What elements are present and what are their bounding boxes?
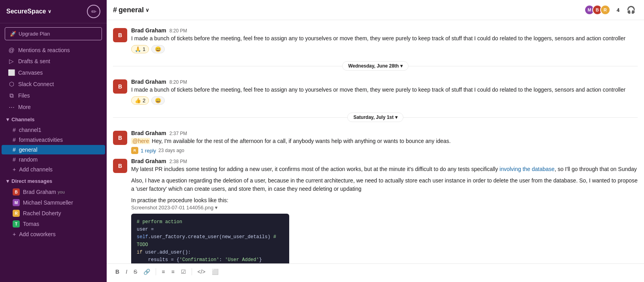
sidebar-item-slack-connect[interactable]: ⬡ Slack Connect	[2, 79, 105, 90]
message: B Brad Graham 2:37 PM @here Hey, I'm ava…	[107, 128, 644, 156]
channel-item-formativeactivities[interactable]: # formativeactivities	[2, 135, 105, 145]
message-author: Brad Graham	[131, 130, 166, 136]
upgrade-icon: 🚀	[10, 31, 16, 37]
more-icon: ⋯	[8, 103, 15, 111]
message-text: My latest PR includes some testing for a…	[131, 165, 638, 173]
todo-icon: ☑	[181, 269, 186, 275]
strikethrough-button[interactable]: S	[131, 267, 139, 276]
link-button[interactable]: 🔗	[141, 267, 153, 276]
member-count[interactable]: 4	[617, 7, 620, 13]
message-content: Brad Graham 2:37 PM @here Hey, I'm avail…	[131, 130, 638, 154]
message-text: @here Hey, I'm available for the rest of…	[131, 137, 638, 145]
attachment-chevron-icon: ▾	[215, 205, 218, 211]
channel-name: general	[19, 147, 38, 153]
channel-title: # general ∨	[113, 6, 149, 14]
hash-icon: #	[13, 137, 16, 143]
channel-item-channel1[interactable]: # channel1	[2, 125, 105, 135]
add-channels-button[interactable]: + Add channels	[2, 165, 105, 174]
link-icon: 🔗	[143, 269, 150, 275]
add-coworkers-button[interactable]: + Add coworkers	[2, 229, 105, 239]
workspace-name[interactable]: SecureSpace ∨	[6, 8, 51, 15]
sidebar-item-label: Files	[18, 92, 30, 99]
date-divider-wednesday: Wednesday, June 28th ▾	[107, 61, 644, 71]
block-button[interactable]: ⬜	[209, 267, 221, 276]
mentions-icon: @	[8, 47, 15, 53]
dm-name: Tomas	[23, 221, 39, 227]
compose-toolbar: B I S 🔗 ≡ ≡ ☑ </> ⬜	[113, 267, 638, 279]
date-pill[interactable]: Wednesday, June 28th ▾	[342, 61, 409, 71]
attachment-filename: Screenshot 2023-07-01 144056.png	[131, 205, 213, 211]
reply-thread[interactable]: R 1 reply 23 days ago	[131, 147, 638, 154]
dm-item-michael[interactable]: M Michael Sammueller	[2, 197, 105, 208]
dm-name: Brad Graham	[23, 189, 56, 195]
upgrade-plan-button[interactable]: 🚀 Upgrade Plan	[5, 27, 102, 40]
plus-icon: +	[13, 166, 16, 173]
dm-section-header[interactable]: ▾ Direct messages	[0, 176, 107, 186]
link-text: involving the database	[499, 166, 554, 172]
hash-icon: #	[13, 127, 16, 133]
ordered-list-button[interactable]: ≡	[169, 267, 177, 276]
reaction-thumbsup[interactable]: 🙏1	[131, 45, 149, 53]
message-area[interactable]: B Brad Graham 8:20 PM I made a bunch of …	[107, 20, 644, 263]
compose-button[interactable]: ✏	[87, 5, 100, 18]
reactions: 👍2 😄	[131, 96, 638, 105]
todo-button[interactable]: ☑	[179, 267, 188, 276]
message-content: Brad Graham 8:20 PM I made a bunch of ti…	[131, 79, 638, 105]
reaction-smile[interactable]: 😄	[151, 45, 165, 53]
dm-name-wrap: Brad Graham you	[23, 189, 65, 195]
reaction-smile[interactable]: 😄	[151, 96, 165, 105]
channel-item-random[interactable]: # random	[2, 155, 105, 164]
block-icon: ⬜	[212, 269, 218, 275]
workspace-chevron-icon: ∨	[48, 9, 51, 14]
channel-hash: #	[113, 6, 117, 14]
channel-name: random	[19, 156, 38, 163]
attachment-name[interactable]: Screenshot 2023-07-01 144056.png ▾	[131, 205, 638, 211]
channels-section-header[interactable]: ▾ Channels	[0, 114, 107, 125]
ol-icon: ≡	[171, 269, 175, 275]
bold-button[interactable]: B	[113, 267, 122, 276]
sidebar-item-canvases[interactable]: ⬜ Canvases	[2, 67, 105, 78]
italic-button[interactable]: I	[123, 267, 130, 276]
sidebar-item-mentions[interactable]: @ Mentions & reactions	[2, 45, 105, 55]
dm-section-label: Direct messages	[11, 178, 52, 184]
reaction-emoji: 😄	[155, 46, 161, 52]
code-button[interactable]: </>	[195, 267, 208, 276]
dm-avatar-michael: M	[13, 199, 20, 206]
channel-header: # general ∨ M B R 4 🎧	[107, 0, 644, 20]
upgrade-label: Upgrade Plan	[19, 31, 50, 37]
reaction-thumbsup[interactable]: 👍2	[131, 96, 149, 105]
dm-item-brad[interactable]: B Brad Graham you	[2, 187, 105, 197]
sidebar-nav: @ Mentions & reactions ▷ Drafts & sent ⬜…	[0, 44, 107, 282]
dm-name: Michael Sammueller	[23, 199, 73, 206]
toolbar-separator	[156, 268, 156, 275]
reply-avatar: R	[131, 147, 138, 154]
mention-here: @here	[131, 138, 150, 144]
files-icon: ⧉	[8, 92, 15, 99]
reply-text[interactable]: 1 reply	[141, 148, 156, 154]
message-time: 2:37 PM	[169, 131, 187, 136]
message-header: Brad Graham 8:20 PM	[131, 79, 638, 85]
sidebar-item-more[interactable]: ⋯ More	[2, 102, 105, 113]
dm-item-tomas[interactable]: T Tomas	[2, 219, 105, 229]
huddle-button[interactable]: 🎧	[624, 4, 638, 16]
member-avatars[interactable]: M B R	[584, 5, 610, 15]
reaction-emoji: 🙏	[135, 46, 141, 52]
message-text: I made a bunch of tickets before the mee…	[131, 86, 638, 94]
message-author: Brad Graham	[131, 27, 166, 34]
date-pill[interactable]: Saturday, July 1st ▾	[347, 113, 403, 122]
dm-avatar-brad: B	[13, 188, 20, 196]
message-author: Brad Graham	[131, 158, 166, 164]
sidebar-item-drafts[interactable]: ▷ Drafts & sent	[2, 56, 105, 67]
message-time: 8:20 PM	[169, 79, 187, 85]
dm-item-rachel[interactable]: R Rachel Doherty	[2, 208, 105, 218]
message-header: Brad Graham 2:37 PM	[131, 130, 638, 136]
sidebar-item-label: Mentions & reactions	[18, 47, 70, 53]
channels-section-label: Channels	[11, 117, 35, 122]
channel-item-general[interactable]: # general	[2, 145, 105, 154]
message-avatar: B	[113, 131, 127, 145]
you-tag: you	[58, 190, 65, 194]
sidebar-header: SecureSpace ∨ ✏	[0, 0, 107, 23]
sidebar-item-files[interactable]: ⧉ Files	[2, 90, 105, 101]
dm-collapse-icon: ▾	[6, 178, 9, 184]
unordered-list-button[interactable]: ≡	[159, 267, 167, 276]
